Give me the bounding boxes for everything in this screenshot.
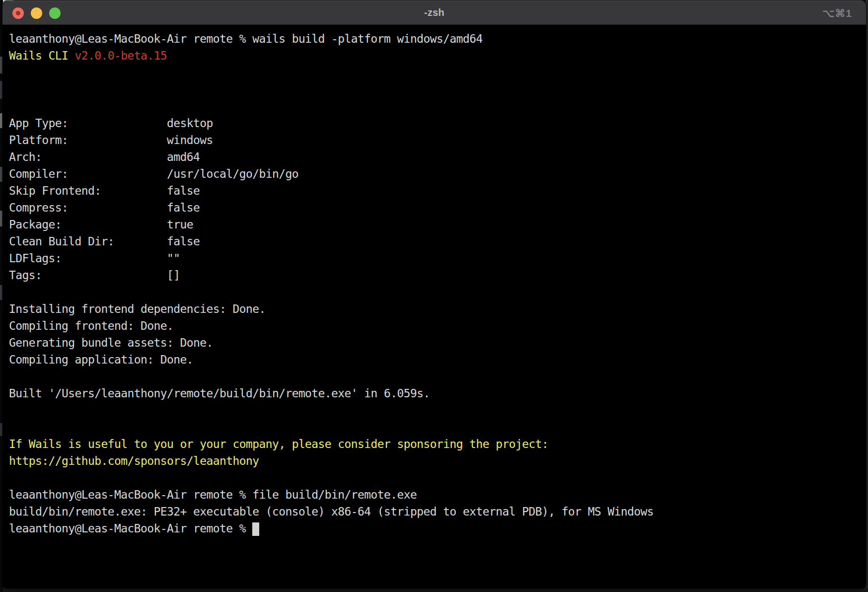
terminal-text-segment: Skip Frontend: false xyxy=(9,184,200,197)
terminal-line xyxy=(9,419,866,436)
terminal-line xyxy=(9,81,866,98)
window-titlebar[interactable]: -zsh ⌥⌘1 xyxy=(2,0,866,25)
terminal-line: Built '/Users/leaanthony/remote/build/bi… xyxy=(9,385,866,402)
terminal-text-segment: Compiling application: Done. xyxy=(9,353,193,366)
terminal-text-segment: https://github.com/sponsors/leaanthony xyxy=(9,454,259,467)
terminal-line xyxy=(9,469,866,486)
terminal-line xyxy=(9,64,866,81)
terminal-line: Generating bundle assets: Done. xyxy=(9,334,866,351)
terminal-line: Compiling frontend: Done. xyxy=(9,317,866,334)
terminal-window: -zsh ⌥⌘1 leaanthony@Leas-MacBook-Air rem… xyxy=(2,0,866,589)
window-shortcut-badge: ⌥⌘1 xyxy=(822,1,852,25)
terminal-text-segment: Built '/Users/leaanthony/remote/build/bi… xyxy=(9,387,430,400)
terminal-line: Compress: false xyxy=(9,199,866,216)
desktop-background-bottom xyxy=(0,588,868,592)
terminal-line: Package: true xyxy=(9,216,866,233)
terminal-text-segment: If Wails is useful to you or your compan… xyxy=(9,438,548,450)
terminal-text-segment: Platform: windows xyxy=(9,134,213,147)
terminal-line xyxy=(9,284,866,300)
terminal-text-segment: LDFlags: "" xyxy=(9,252,180,265)
terminal-text-segment: Compiling frontend: Done. xyxy=(9,319,173,332)
text-cursor xyxy=(252,522,259,536)
terminal-line xyxy=(9,368,866,385)
terminal-line: Skip Frontend: false xyxy=(9,182,866,199)
terminal-line: Arch: amd64 xyxy=(9,148,866,165)
terminal-text-segment: leaanthony@Leas-MacBook-Air remote % wai… xyxy=(9,32,483,45)
terminal-line: leaanthony@Leas-MacBook-Air remote % fil… xyxy=(9,486,866,503)
terminal-text-segment: Generating bundle assets: Done. xyxy=(9,336,213,349)
terminal-line: leaanthony@Leas-MacBook-Air remote % xyxy=(9,520,866,537)
terminal-line: https://github.com/sponsors/leaanthony xyxy=(9,452,866,469)
terminal-text-segment: Compress: false xyxy=(9,201,200,214)
terminal-line: Installing frontend dependencies: Done. xyxy=(9,300,866,317)
terminal-line: Tags: [] xyxy=(9,267,866,284)
terminal-line: build/bin/remote.exe: PE32+ executable (… xyxy=(9,503,866,520)
terminal-text-segment: Tags: [] xyxy=(9,269,180,282)
zoom-button[interactable] xyxy=(49,7,61,19)
terminal-text-segment: Installing frontend dependencies: Done. xyxy=(9,302,266,315)
terminal-line xyxy=(9,402,866,419)
terminal-text-segment: Wails CLI xyxy=(9,49,74,62)
terminal-text-segment: v2.0.0-beta.15 xyxy=(74,49,166,62)
terminal-line xyxy=(9,98,866,115)
terminal-line: Platform: windows xyxy=(9,132,866,148)
terminal-line: leaanthony@Leas-MacBook-Air remote % wai… xyxy=(9,30,866,47)
terminal-text-segment: Clean Build Dir: false xyxy=(9,235,200,248)
terminal-text-segment: leaanthony@Leas-MacBook-Air remote % fil… xyxy=(9,488,417,501)
window-controls xyxy=(12,1,61,25)
terminal-line: Clean Build Dir: false xyxy=(9,233,866,250)
terminal-text-segment: build/bin/remote.exe: PE32+ executable (… xyxy=(9,505,653,518)
terminal-text-segment: App Type: desktop xyxy=(9,117,213,130)
terminal-line: Compiling application: Done. xyxy=(9,351,866,368)
terminal-line: App Type: desktop xyxy=(9,115,866,132)
terminal-line: LDFlags: "" xyxy=(9,250,866,267)
terminal-text-segment: Arch: amd64 xyxy=(9,150,200,163)
modified-indicator-icon xyxy=(16,11,20,15)
terminal-line: Wails CLI v2.0.0-beta.15 xyxy=(9,47,866,64)
terminal-line: If Wails is useful to you or your compan… xyxy=(9,436,866,452)
terminal-text-segment: Compiler: /usr/local/go/bin/go xyxy=(9,167,298,180)
minimize-button[interactable] xyxy=(31,7,42,19)
terminal-text-segment: leaanthony@Leas-MacBook-Air remote % xyxy=(9,522,252,535)
terminal-line: Compiler: /usr/local/go/bin/go xyxy=(9,165,866,182)
terminal-screen[interactable]: leaanthony@Leas-MacBook-Air remote % wai… xyxy=(2,25,866,588)
close-button[interactable] xyxy=(12,7,24,19)
terminal-text-segment: Package: true xyxy=(9,218,193,231)
window-title: -zsh xyxy=(424,7,444,18)
